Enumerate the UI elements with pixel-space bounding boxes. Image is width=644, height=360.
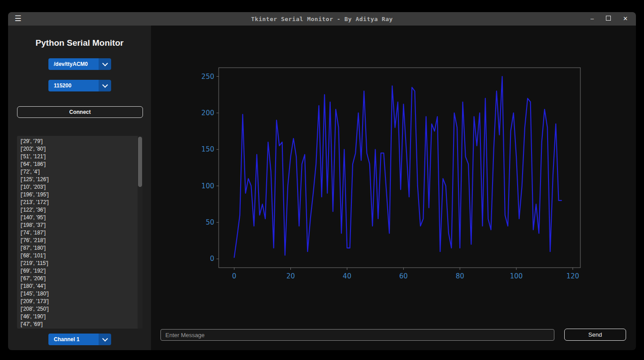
minimize-icon[interactable]: –: [591, 12, 594, 26]
message-input[interactable]: [160, 329, 554, 341]
close-icon[interactable]: ✕: [623, 12, 628, 26]
svg-text:20: 20: [286, 272, 295, 280]
list-item[interactable]: ['145', '180']: [17, 290, 137, 298]
channel-dropdown-value: Channel 1: [48, 334, 99, 345]
list-item[interactable]: ['72', '4']: [17, 168, 137, 176]
port-dropdown[interactable]: /dev/ttyACM0: [48, 58, 111, 70]
list-item[interactable]: ['202', '80']: [17, 145, 137, 153]
svg-text:100: 100: [510, 272, 523, 280]
svg-text:80: 80: [456, 272, 464, 280]
svg-text:100: 100: [201, 182, 214, 190]
sidebar: Python Serial Monitor /dev/ttyACM0 11520…: [8, 26, 151, 350]
baud-dropdown[interactable]: 115200: [48, 80, 111, 91]
list-item[interactable]: ['10', '203']: [17, 183, 137, 191]
page-title: Python Serial Monitor: [8, 38, 151, 48]
list-item[interactable]: ['213', '172']: [17, 199, 137, 206]
list-item[interactable]: ['69', '192']: [17, 267, 137, 275]
list-item[interactable]: ['208', '250']: [17, 305, 137, 313]
svg-text:200: 200: [201, 109, 214, 117]
list-item[interactable]: ['74', '187']: [17, 229, 137, 237]
baud-dropdown-value: 115200: [48, 80, 99, 91]
app-window: ☰ Tkinter Serial Monitor - By Aditya Ray…: [8, 12, 636, 350]
scrollbar-thumb[interactable]: [138, 137, 142, 187]
serial-log-listbox[interactable]: ['29', '79']['202', '80']['51', '121']['…: [17, 136, 143, 329]
svg-text:150: 150: [201, 145, 214, 153]
svg-text:120: 120: [566, 272, 579, 280]
list-item[interactable]: ['76', '218']: [17, 237, 137, 244]
send-button[interactable]: Send: [564, 329, 626, 341]
list-item[interactable]: ['196', '195']: [17, 191, 137, 199]
serial-plot: 050100150200250020406080100120: [196, 57, 590, 281]
title-bar: ☰ Tkinter Serial Monitor - By Aditya Ray…: [8, 12, 636, 26]
list-item[interactable]: ['64', '186']: [17, 160, 137, 168]
svg-text:50: 50: [206, 218, 214, 226]
list-item[interactable]: ['29', '79']: [17, 138, 137, 145]
list-item[interactable]: ['47', '69']: [17, 321, 137, 328]
svg-text:40: 40: [343, 272, 351, 280]
svg-text:0: 0: [210, 255, 214, 263]
port-dropdown-arrow[interactable]: [99, 58, 111, 70]
list-item[interactable]: ['68', '101']: [17, 252, 137, 260]
list-item[interactable]: ['87', '180']: [17, 244, 137, 252]
port-dropdown-value: /dev/ttyACM0: [48, 58, 99, 70]
maximize-icon[interactable]: [606, 12, 611, 26]
list-item[interactable]: ['140', '95']: [17, 214, 137, 221]
svg-text:0: 0: [232, 272, 237, 280]
list-item[interactable]: ['51', '121']: [17, 153, 137, 160]
hamburger-menu-icon[interactable]: ☰: [8, 12, 28, 26]
main-area: 050100150200250020406080100120 Send: [151, 26, 636, 350]
window-title: Tkinter Serial Monitor - By Aditya Ray: [8, 16, 636, 22]
list-item[interactable]: ['198', '37']: [17, 221, 137, 229]
maximize-box-glyph: [606, 16, 611, 21]
list-item[interactable]: ['219', '115']: [17, 260, 137, 267]
list-item[interactable]: ['122', '36']: [17, 206, 137, 214]
chevron-down-icon: [102, 82, 108, 88]
serial-plot-svg: 050100150200250020406080100120: [196, 57, 590, 281]
svg-text:250: 250: [201, 73, 214, 81]
list-item[interactable]: ['209', '173']: [17, 298, 137, 305]
listbox-scrollbar[interactable]: [138, 136, 143, 329]
list-item[interactable]: ['67', '206']: [17, 275, 137, 282]
chevron-down-icon: [102, 336, 108, 342]
connect-button[interactable]: Connect: [17, 106, 143, 118]
channel-dropdown[interactable]: Channel 1: [48, 334, 111, 345]
channel-dropdown-arrow[interactable]: [99, 334, 111, 345]
window-controls: – ✕: [591, 12, 636, 26]
chevron-down-icon: [102, 61, 108, 66]
baud-dropdown-arrow[interactable]: [99, 80, 111, 91]
svg-text:60: 60: [399, 272, 408, 280]
list-item[interactable]: ['125', '126']: [17, 176, 137, 183]
serial-log-rows: ['29', '79']['202', '80']['51', '121']['…: [17, 138, 137, 329]
list-item[interactable]: ['46', '190']: [17, 313, 137, 321]
list-item[interactable]: ['180', '44']: [17, 282, 137, 290]
